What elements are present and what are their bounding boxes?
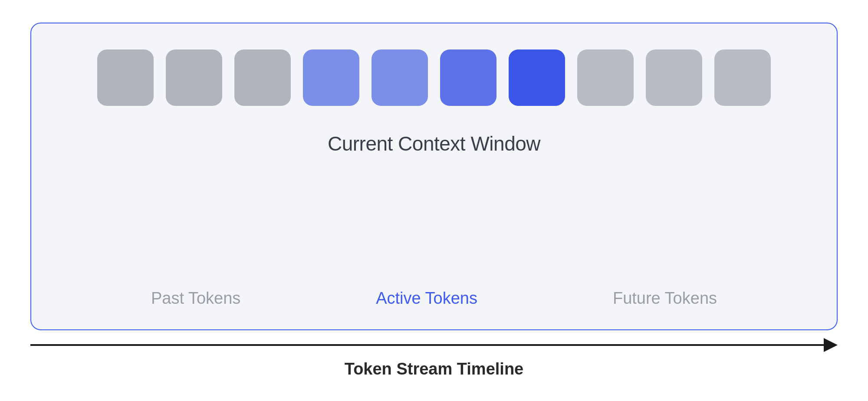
arrow-head-icon bbox=[824, 338, 838, 352]
timeline-row: Token Stream Timeline bbox=[30, 338, 838, 378]
token-past-2 bbox=[166, 49, 222, 106]
timeline-arrow-container bbox=[30, 338, 838, 352]
timeline-label: Token Stream Timeline bbox=[345, 360, 524, 378]
future-tokens-label: Future Tokens bbox=[613, 289, 717, 308]
token-active-medium-1 bbox=[440, 49, 496, 106]
token-past-1 bbox=[97, 49, 154, 106]
token-active-light-1 bbox=[303, 49, 359, 106]
token-future-1 bbox=[577, 49, 634, 106]
active-tokens-label: Active Tokens bbox=[376, 289, 477, 308]
outer-container: Current Context Window Past Tokens Activ… bbox=[30, 23, 838, 378]
token-past-3 bbox=[234, 49, 291, 106]
token-active-dark-1 bbox=[509, 49, 565, 106]
context-window-label: Current Context Window bbox=[328, 132, 540, 155]
past-tokens-label: Past Tokens bbox=[151, 289, 240, 308]
token-active-light-2 bbox=[372, 49, 428, 106]
timeline-line bbox=[30, 344, 824, 346]
token-future-3 bbox=[714, 49, 771, 106]
token-labels-row: Past Tokens Active Tokens Future Tokens bbox=[31, 289, 837, 308]
token-future-2 bbox=[646, 49, 702, 106]
context-window-box: Current Context Window Past Tokens Activ… bbox=[30, 23, 838, 330]
tokens-row bbox=[97, 49, 771, 106]
